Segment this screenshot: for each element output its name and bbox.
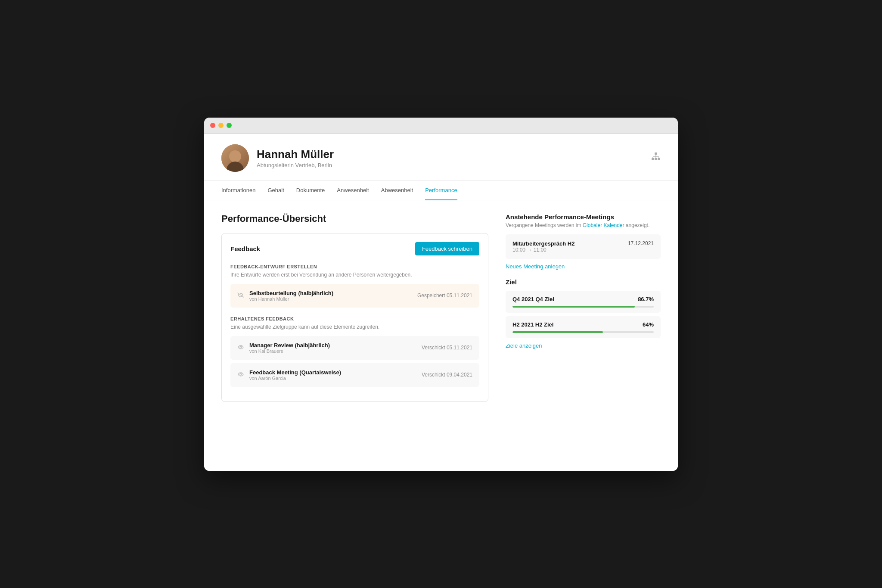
meetings-desc-end: angezeigt. — [626, 222, 649, 228]
feedback-received-info-1: Feedback Meeting (Quartalsweise) von Aar… — [249, 369, 341, 381]
page-content: Hannah Müller Abtungsleiterin Vertrieb, … — [204, 134, 678, 471]
goal-item-0[interactable]: Q4 2021 Q4 Ziel 86.7% — [506, 291, 661, 313]
profile-subtitle: Abtungsleiterin Vertrieb, Berlin — [257, 162, 334, 168]
feedback-card: Feedback Feedback schreiben FEEDBACK-ENT… — [221, 233, 488, 402]
svg-rect-3 — [658, 158, 660, 160]
eye-icon-0 — [237, 344, 244, 351]
tab-dokumente[interactable]: Dokumente — [296, 181, 325, 200]
meetings-desc-text: Vergangene Meetings werden im — [506, 222, 583, 228]
feedback-draft-item-0[interactable]: Selbstbeurteilung (halbjährlich) von Han… — [230, 284, 479, 308]
progress-bar-bg-0 — [512, 306, 654, 308]
feedback-draft-sub: von Hannah Müller — [249, 296, 333, 302]
calendar-link[interactable]: Globaler Kalender — [583, 222, 624, 228]
maximize-button[interactable] — [227, 123, 232, 128]
eye-icon-1 — [237, 371, 244, 378]
feedback-draft-date: Gespeichert 05.11.2021 — [417, 292, 472, 299]
svg-point-10 — [240, 373, 242, 375]
ziele-show-link[interactable]: Ziele anzeigen — [506, 342, 661, 349]
meeting-date-0: 17.12.2021 — [628, 240, 654, 246]
feedback-draft-info: Selbstbeurteilung (halbjährlich) von Han… — [249, 290, 333, 302]
received-section: ERHALTENES FEEDBACK Eine ausgewählte Zie… — [230, 316, 479, 387]
meetings-description: Vergangene Meetings werden im Globaler K… — [506, 222, 661, 228]
traffic-lights — [210, 123, 232, 128]
received-section-label: ERHALTENES FEEDBACK — [230, 316, 479, 321]
page-title: Performance-Übersicht — [221, 213, 488, 224]
tab-bar: Informationen Gehalt Dokumente Anwesenhe… — [204, 181, 678, 200]
meeting-item-0[interactable]: Mitarbeitergespräch H2 17.12.2021 10:00 … — [506, 234, 661, 259]
tab-anwesenheit[interactable]: Anwesenheit — [337, 181, 369, 200]
meetings-section: Anstehende Performance-Meetings Vergange… — [506, 213, 661, 270]
feedback-received-item-1[interactable]: Feedback Meeting (Quartalsweise) von Aar… — [230, 363, 479, 387]
goal-item-1[interactable]: H2 2021 H2 Ziel 64% — [506, 316, 661, 338]
feedback-received-date-1: Verschickt 09.04.2021 — [422, 372, 472, 378]
main-content: Performance-Übersicht Feedback Feedback … — [204, 200, 678, 415]
draft-section-desc: Ihre Entwürfe werden erst bei Versendung… — [230, 272, 479, 278]
svg-rect-1 — [652, 158, 654, 160]
feedback-draft-name: Selbstbeurteilung (halbjährlich) — [249, 290, 333, 296]
ziele-section: Ziel Q4 2021 Q4 Ziel 86.7% H2 2021 H2 Zi… — [506, 278, 661, 349]
goal-pct-0: 86.7% — [638, 296, 654, 302]
received-section-desc: Eine ausgewählte Zielgruppe kann auf die… — [230, 324, 479, 330]
feedback-received-name-1: Feedback Meeting (Quartalsweise) — [249, 369, 341, 376]
progress-bar-fill-1 — [512, 331, 603, 333]
org-chart-icon[interactable] — [651, 152, 661, 164]
draft-section: FEEDBACK-ENTWURF ERSTELLEN Ihre Entwürfe… — [230, 264, 479, 308]
tab-gehalt[interactable]: Gehalt — [268, 181, 284, 200]
app-window: Hannah Müller Abtungsleiterin Vertrieb, … — [204, 118, 678, 471]
feedback-received-item-left-1: Feedback Meeting (Quartalsweise) von Aar… — [237, 369, 341, 381]
feedback-received-sub-0: von Kai Brauers — [249, 348, 330, 354]
profile-info: Hannah Müller Abtungsleiterin Vertrieb, … — [257, 148, 334, 168]
tab-informationen[interactable]: Informationen — [221, 181, 256, 200]
goal-header-0: Q4 2021 Q4 Ziel 86.7% — [512, 296, 654, 302]
avatar-image — [221, 144, 249, 172]
draft-section-label: FEEDBACK-ENTWURF ERSTELLEN — [230, 264, 479, 269]
profile-left: Hannah Müller Abtungsleiterin Vertrieb, … — [221, 144, 334, 172]
feedback-card-title: Feedback — [230, 245, 260, 252]
progress-bar-bg-1 — [512, 331, 654, 333]
svg-rect-0 — [655, 152, 657, 155]
goal-pct-1: 64% — [643, 321, 654, 328]
tab-performance[interactable]: Performance — [425, 181, 457, 200]
feedback-received-item-left-0: Manager Review (halbjährlich) von Kai Br… — [237, 342, 330, 354]
feedback-received-item-0[interactable]: Manager Review (halbjährlich) von Kai Br… — [230, 336, 479, 360]
feedback-received-sub-1: von Aarón Garcia — [249, 376, 341, 381]
goal-name-0: Q4 2021 Q4 Ziel — [512, 296, 554, 302]
meeting-time-0: 10:00 → 11:00 — [512, 247, 654, 253]
meeting-title-0: Mitarbeitergespräch H2 — [512, 240, 575, 247]
avatar — [221, 144, 249, 172]
feedback-received-name-0: Manager Review (halbjährlich) — [249, 342, 330, 348]
left-column: Performance-Übersicht Feedback Feedback … — [221, 213, 488, 402]
progress-bar-fill-0 — [512, 306, 635, 308]
svg-point-9 — [240, 346, 242, 348]
feedback-write-button[interactable]: Feedback schreiben — [415, 242, 479, 255]
new-meeting-link[interactable]: Neues Meeting anlegen — [506, 263, 661, 270]
eye-off-icon — [237, 292, 244, 299]
minimize-button[interactable] — [218, 123, 224, 128]
feedback-received-info-0: Manager Review (halbjährlich) von Kai Br… — [249, 342, 330, 354]
goal-name-1: H2 2021 H2 Ziel — [512, 321, 553, 328]
tab-abwesenheit[interactable]: Abwesenheit — [381, 181, 413, 200]
svg-rect-2 — [655, 158, 657, 160]
avatar-body — [227, 162, 244, 172]
right-column: Anstehende Performance-Meetings Vergange… — [506, 213, 661, 402]
titlebar — [204, 118, 678, 134]
feedback-card-header: Feedback Feedback schreiben — [230, 242, 479, 255]
feedback-received-date-0: Verschickt 05.11.2021 — [422, 345, 472, 351]
avatar-head — [229, 150, 241, 162]
close-button[interactable] — [210, 123, 215, 128]
meetings-title: Anstehende Performance-Meetings — [506, 213, 661, 221]
goal-header-1: H2 2021 H2 Ziel 64% — [512, 321, 654, 328]
feedback-draft-item-left: Selbstbeurteilung (halbjährlich) von Han… — [237, 290, 333, 302]
profile-name: Hannah Müller — [257, 148, 334, 161]
ziel-title: Ziel — [506, 278, 661, 286]
profile-header: Hannah Müller Abtungsleiterin Vertrieb, … — [204, 134, 678, 181]
